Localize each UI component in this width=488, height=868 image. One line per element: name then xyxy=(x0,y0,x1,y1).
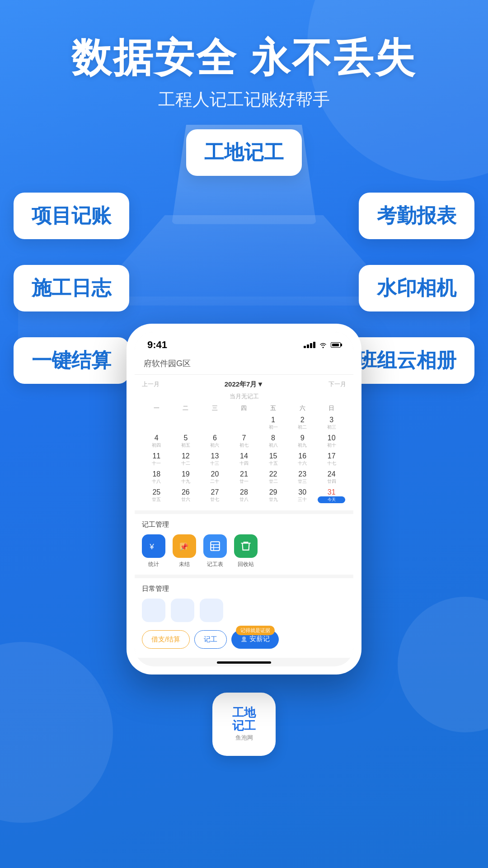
stats-icon: ¥ xyxy=(142,534,165,558)
daily-icon-2 xyxy=(171,599,194,622)
funnel-middle xyxy=(86,215,402,306)
calendar-nav: 上一月 2022年7月▼ 下一月 xyxy=(142,380,346,389)
cal-day-30[interactable]: 30三十 xyxy=(288,486,317,505)
cal-day-17[interactable]: 17十七 xyxy=(317,450,346,468)
ansalary-badge: 记得就是证据 xyxy=(236,626,275,635)
feature-btn-project[interactable]: 项目记账 xyxy=(14,193,129,239)
cal-day-3[interactable]: 3初三 xyxy=(317,414,346,432)
app-icon-sub: 鱼泡网 xyxy=(235,734,253,742)
status-time: 9:41 xyxy=(147,339,167,351)
calendar-section: 上一月 2022年7月▼ 下一月 当月无记工 一 二 三 四 五 六 日 xyxy=(135,375,353,510)
app-location-header: 府软件园G区 xyxy=(135,354,353,375)
phone-body: 9:41 xyxy=(127,324,361,675)
daily-icon-1 xyxy=(142,599,165,622)
cal-day-15[interactable]: 15十五 xyxy=(258,450,288,468)
feature-btn-watermark[interactable]: 水印相机 xyxy=(359,265,474,311)
cal-day-6[interactable]: 6初六 xyxy=(200,432,230,450)
cal-day-24[interactable]: 24廿四 xyxy=(317,468,346,486)
prev-month-btn[interactable]: 上一月 xyxy=(142,380,160,388)
main-title: 数据安全 永不丢失 xyxy=(0,36,488,80)
action-bar: 借支/结算 记工 记得就是证据 安薪记 xyxy=(135,626,353,658)
trash-label: 回收站 xyxy=(238,561,254,568)
cal-day-22[interactable]: 22廿二 xyxy=(258,468,288,486)
work-mgmt-icons: ¥ 统计 📌 未结 xyxy=(142,534,346,568)
signal-icon xyxy=(304,342,315,348)
phone-mockup: 9:41 xyxy=(0,324,488,675)
app-icon[interactable]: 工地 记工 鱼泡网 xyxy=(212,693,276,756)
svg-point-7 xyxy=(242,637,246,640)
cal-day-11[interactable]: 11十一 xyxy=(142,450,171,468)
page-header: 数据安全 永不丢失 工程人记工记账好帮手 xyxy=(0,0,488,125)
daily-mgmt-title: 日常管理 xyxy=(142,585,346,593)
ansalary-label: 安薪记 xyxy=(249,635,270,643)
stats-label: 统计 xyxy=(148,561,159,568)
next-month-btn[interactable]: 下一月 xyxy=(328,380,346,388)
battery-icon xyxy=(331,342,341,348)
mgmt-item-unpaid[interactable]: 📌 未结 xyxy=(173,534,196,568)
cal-day-23[interactable]: 23廿三 xyxy=(288,468,317,486)
cal-day-28[interactable]: 28廿八 xyxy=(230,486,259,505)
cal-day-9[interactable]: 9初九 xyxy=(288,432,317,450)
wifi-icon xyxy=(319,342,327,348)
cal-day-2[interactable]: 2初二 xyxy=(288,414,317,432)
location-text: 府软件园G区 xyxy=(144,359,191,368)
work-mgmt-title: 记工管理 xyxy=(142,520,346,529)
calendar-days: 1初一 2初二 3初三 4初四 5初五 6初六 7初七 8初八 9初九 10初十… xyxy=(142,414,346,505)
feature-btn-attendance[interactable]: 考勤报表 xyxy=(359,193,474,239)
home-indicator xyxy=(217,661,271,664)
mgmt-item-stats[interactable]: ¥ 统计 xyxy=(142,534,165,568)
svg-text:¥: ¥ xyxy=(149,542,154,551)
cal-day-29[interactable]: 29廿九 xyxy=(258,486,288,505)
record-work-btn[interactable]: 记工 xyxy=(194,630,227,649)
cal-day-16[interactable]: 16十六 xyxy=(288,450,317,468)
mgmt-item-table[interactable]: 记工表 xyxy=(203,534,227,568)
ansalary-btn[interactable]: 记得就是证据 安薪记 xyxy=(231,630,279,649)
cal-day-10[interactable]: 10初十 xyxy=(317,432,346,450)
unpaid-label: 未结 xyxy=(179,561,190,568)
cal-day-1[interactable]: 1初一 xyxy=(258,414,288,432)
cal-day-13[interactable]: 13十三 xyxy=(200,450,230,468)
cal-day-31-today[interactable]: 31 今天 xyxy=(317,486,346,505)
table-icon xyxy=(203,534,227,558)
status-bar: 9:41 xyxy=(135,332,353,354)
svg-text:📌: 📌 xyxy=(180,542,188,551)
subtitle: 工程人记工记账好帮手 xyxy=(0,88,488,111)
cal-day-26[interactable]: 26廿六 xyxy=(171,486,201,505)
cal-day-14[interactable]: 14十四 xyxy=(230,450,259,468)
status-icons xyxy=(304,342,341,348)
cal-day-8[interactable]: 8初八 xyxy=(258,432,288,450)
svg-rect-3 xyxy=(211,542,220,551)
trash-icon xyxy=(234,534,258,558)
cal-day-18[interactable]: 18十八 xyxy=(142,468,171,486)
cal-day-19[interactable]: 19十九 xyxy=(171,468,201,486)
calendar-title[interactable]: 2022年7月▼ xyxy=(225,380,264,389)
app-icon-text: 工地 记工 xyxy=(232,706,256,732)
cal-day-25[interactable]: 25廿五 xyxy=(142,486,171,505)
calendar-weekdays: 一 二 三 四 五 六 日 xyxy=(142,404,346,412)
work-management-section: 记工管理 ¥ 统计 xyxy=(135,514,353,575)
borrow-settlement-btn[interactable]: 借支/结算 xyxy=(142,630,190,649)
cal-day-4[interactable]: 4初四 xyxy=(142,432,171,450)
daily-icon-3 xyxy=(200,599,223,622)
phone-screen: 9:41 xyxy=(135,332,353,666)
mgmt-item-trash[interactable]: 回收站 xyxy=(234,534,258,568)
cal-day-27[interactable]: 27廿七 xyxy=(200,486,230,505)
user-icon xyxy=(240,636,248,643)
cal-day-12[interactable]: 12十二 xyxy=(171,450,201,468)
no-record-text: 当月无记工 xyxy=(142,392,346,401)
cal-day-20[interactable]: 20二十 xyxy=(200,468,230,486)
feature-btn-center-top[interactable]: 工地记工 xyxy=(186,129,302,176)
feature-btn-diary[interactable]: 施工日志 xyxy=(14,265,129,311)
unpaid-icon: 📌 xyxy=(173,534,196,558)
cal-day-7[interactable]: 7初七 xyxy=(230,432,259,450)
table-label: 记工表 xyxy=(207,561,223,568)
cal-day-5[interactable]: 5初五 xyxy=(171,432,201,450)
cal-day-21[interactable]: 21廿一 xyxy=(230,468,259,486)
daily-management-section: 日常管理 xyxy=(135,578,353,626)
